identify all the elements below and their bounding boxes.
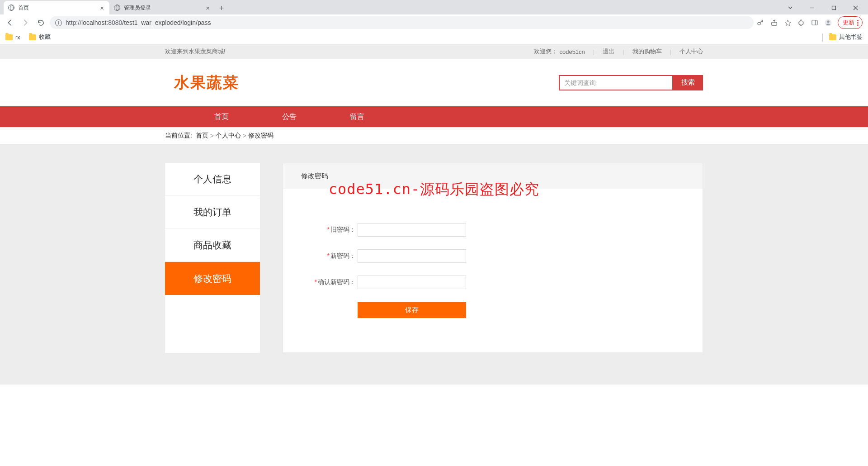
nav-home[interactable]: 首页 xyxy=(188,106,255,127)
key-icon[interactable] xyxy=(756,19,764,27)
separator: | xyxy=(623,48,624,55)
chevron-right-icon: > xyxy=(210,132,214,139)
site-logo[interactable]: 水果蔬菜 xyxy=(174,72,239,93)
forward-button[interactable] xyxy=(19,16,32,29)
globe-icon xyxy=(114,5,120,11)
folder-icon xyxy=(29,34,36,40)
new-password-input[interactable] xyxy=(358,249,466,263)
tab-admin-login[interactable]: 管理员登录 × xyxy=(109,1,215,14)
star-icon[interactable] xyxy=(783,19,792,27)
svg-rect-1 xyxy=(832,6,835,10)
minimize-button[interactable] xyxy=(802,1,822,14)
confirm-password-input[interactable] xyxy=(358,276,466,289)
extensions-icon[interactable] xyxy=(797,19,805,27)
crumb-current: 修改密码 xyxy=(248,132,274,140)
logout-link[interactable]: 退出 xyxy=(603,48,614,56)
bookmark-bar: rx 收藏 其他书签 xyxy=(0,31,868,44)
main-panel: 修改密码 *旧密码： *新密码： *确认新密码： 保存 xyxy=(283,163,703,353)
address-bar[interactable]: i http://localhost:8080/test1_war_explod… xyxy=(50,16,754,29)
site-header: 水果蔬菜 搜索 xyxy=(0,59,868,106)
close-icon[interactable]: × xyxy=(99,4,105,12)
crumb-home[interactable]: 首页 xyxy=(196,132,208,140)
chevron-right-icon: > xyxy=(243,132,246,139)
profile-icon[interactable] xyxy=(824,19,832,27)
sidepanel-icon[interactable] xyxy=(811,19,819,27)
maximize-button[interactable] xyxy=(824,1,844,14)
tab-title: 管理员登录 xyxy=(124,4,205,12)
tab-home[interactable]: 首页 × xyxy=(4,1,109,14)
main-nav: 首页 公告 留言 xyxy=(0,106,868,127)
browser-chrome: 首页 × 管理员登录 × + i http://localhost:8080/t… xyxy=(0,0,868,44)
bookmark-other[interactable]: 其他书签 xyxy=(829,33,863,41)
folder-icon xyxy=(5,34,13,40)
url-text: http://localhost:8080/test1_war_exploded… xyxy=(66,19,211,26)
reload-button[interactable] xyxy=(34,16,47,29)
cart-link[interactable]: 我的购物车 xyxy=(632,48,662,56)
site-topbar: 欢迎来到水果蔬菜商城! 欢迎您： code51cn | 退出 | 我的购物车 |… xyxy=(0,44,868,59)
separator: | xyxy=(593,48,594,55)
side-menu: 个人信息 我的订单 商品收藏 修改密码 xyxy=(165,163,260,353)
close-icon[interactable]: × xyxy=(205,4,211,12)
globe-icon xyxy=(8,5,14,11)
new-tab-button[interactable]: + xyxy=(215,2,228,14)
site-info-icon[interactable]: i xyxy=(55,19,62,26)
sidebar-item-orders[interactable]: 我的订单 xyxy=(165,196,260,229)
tab-title: 首页 xyxy=(18,4,99,12)
save-button[interactable]: 保存 xyxy=(358,302,466,318)
new-password-label: *新密码： xyxy=(283,252,358,260)
nav-message[interactable]: 留言 xyxy=(323,106,391,127)
username: code51cn xyxy=(559,48,585,55)
crumb-center[interactable]: 个人中心 xyxy=(216,132,241,140)
old-password-label: *旧密码： xyxy=(283,226,358,234)
panel-title: 修改密码 xyxy=(283,163,703,189)
menu-dots-icon xyxy=(857,20,859,26)
address-row: i http://localhost:8080/test1_war_explod… xyxy=(0,14,868,31)
crumb-prefix: 当前位置: xyxy=(165,132,192,140)
sidebar-item-fav[interactable]: 商品收藏 xyxy=(165,229,260,262)
chevron-down-icon[interactable] xyxy=(780,1,800,14)
window-controls xyxy=(780,1,868,14)
confirm-password-label: *确认新密码： xyxy=(283,278,358,286)
separator xyxy=(822,33,823,42)
separator: | xyxy=(670,48,671,55)
search-box: 搜索 xyxy=(559,75,703,90)
nav-notice[interactable]: 公告 xyxy=(255,106,323,127)
sidebar-item-password[interactable]: 修改密码 xyxy=(165,262,260,295)
back-button[interactable] xyxy=(4,16,16,29)
close-window-button[interactable] xyxy=(845,1,865,14)
share-icon[interactable] xyxy=(770,19,778,27)
svg-point-7 xyxy=(827,20,829,23)
welcome-text: 欢迎来到水果蔬菜商城! xyxy=(165,48,226,56)
breadcrumb: 当前位置: 首页 > 个人中心 > 修改密码 xyxy=(0,127,868,145)
old-password-input[interactable] xyxy=(358,223,466,237)
folder-icon xyxy=(829,34,836,40)
svg-point-2 xyxy=(758,22,760,25)
update-button[interactable]: 更新 xyxy=(838,16,863,29)
search-button[interactable]: 搜索 xyxy=(673,75,703,90)
tab-row: 首页 × 管理员登录 × + xyxy=(0,0,868,14)
svg-rect-4 xyxy=(812,20,817,25)
welcome-user-prefix: 欢迎您： xyxy=(534,48,557,56)
personal-center-link[interactable]: 个人中心 xyxy=(679,48,703,56)
bookmark-rx[interactable]: rx xyxy=(5,34,20,41)
update-label: 更新 xyxy=(843,19,854,27)
search-input[interactable] xyxy=(559,75,673,90)
bookmark-fav[interactable]: 收藏 xyxy=(29,33,51,41)
sidebar-item-profile[interactable]: 个人信息 xyxy=(165,163,260,196)
content-area: 个人信息 我的订单 商品收藏 修改密码 修改密码 *旧密码： *新密码： *确认… xyxy=(0,145,868,385)
